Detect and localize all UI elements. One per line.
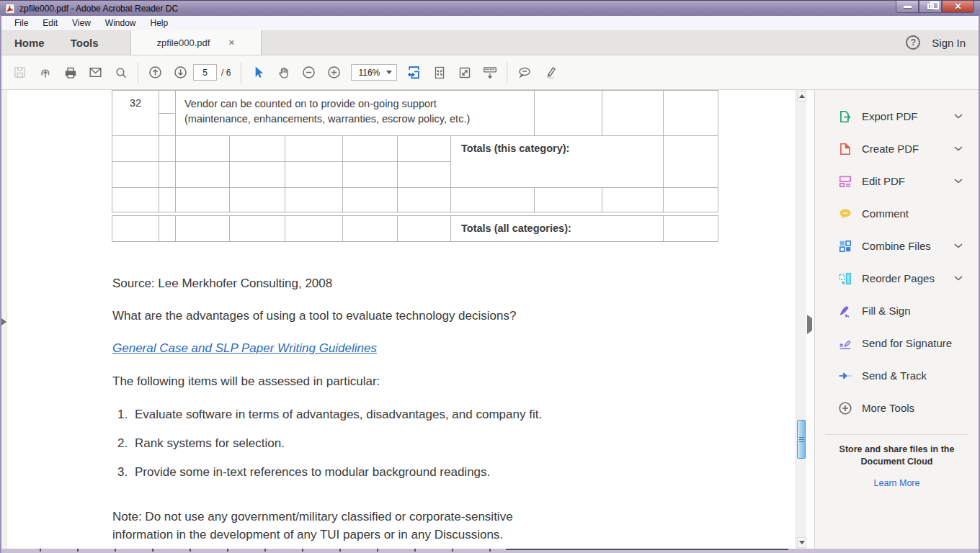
restore-button[interactable] — [919, 1, 942, 13]
note-line: Note: Do not use any government/military… — [112, 508, 513, 526]
sidebar-item-fill-sign[interactable]: Fill & Sign — [815, 295, 979, 327]
cloud-upload-button[interactable] — [32, 60, 58, 86]
sidebar-item-reorder-pages[interactable]: Reorder Pages — [815, 262, 979, 295]
page-number-input[interactable] — [193, 64, 217, 81]
sidebar-item-comment[interactable]: Comment — [815, 197, 979, 230]
table-row: 32 Vendor can be counted on to provide o… — [112, 91, 718, 114]
sidebar-item-create-pdf[interactable]: Create PDF — [815, 132, 979, 165]
fit-page-button[interactable] — [427, 60, 452, 86]
zoom-out-button[interactable] — [296, 60, 321, 86]
sidebar-item-label: Fill & Sign — [862, 305, 911, 317]
page-down-icon — [173, 65, 188, 80]
minimize-button[interactable] — [896, 1, 919, 13]
help-icon[interactable]: ? — [906, 35, 920, 50]
sign-in-button[interactable]: Sign In — [932, 37, 966, 49]
zoom-out-icon — [301, 65, 316, 80]
list-item: 3. Provide some in-text references to mo… — [112, 465, 490, 480]
table-row: Totals (all categories): — [112, 216, 718, 242]
next-table-edge-peek — [506, 549, 788, 550]
row-text-line: (maintenance, enhancements, warranties, … — [184, 112, 531, 127]
fullscreen-button[interactable] — [452, 60, 477, 86]
hand-tool-button[interactable] — [271, 60, 296, 86]
learn-more-link[interactable]: Learn More — [874, 478, 920, 488]
send-for-signature-icon — [838, 336, 852, 351]
guidelines-link[interactable]: General Case and SLP Paper Writing Guide… — [112, 341, 377, 355]
menu-view[interactable]: View — [65, 17, 98, 30]
menu-file[interactable]: File — [7, 17, 35, 30]
highlight-button[interactable] — [537, 60, 562, 86]
sidebar-item-send-for-signature[interactable]: Send for Signature — [815, 327, 979, 359]
fill-sign-icon — [838, 304, 852, 318]
title-bar: zpfile000.pdf - Adobe Acrobat Reader DC … — [0, 0, 980, 16]
totals-all-categories-label: Totals (all categories): — [451, 216, 664, 242]
scrolling-mode-icon — [482, 65, 498, 81]
sidebar-item-send-track[interactable]: Send & Track — [815, 359, 979, 392]
fit-width-button[interactable] — [401, 60, 427, 86]
search-button[interactable] — [108, 60, 133, 86]
chevron-down-icon[interactable] — [954, 114, 963, 119]
comment-bubble-icon — [517, 65, 533, 81]
note-line: information in the development of any TU… — [112, 526, 513, 544]
print-button[interactable] — [58, 60, 83, 86]
comment-icon — [838, 207, 852, 221]
totals-this-category-label: Totals (this category): — [451, 136, 664, 188]
row-text-line: Vendor can be counted on to provide on-g… — [184, 96, 531, 112]
more-tools-icon — [838, 401, 852, 415]
window-bottom-border — [1, 549, 979, 553]
sidebar-item-more-tools[interactable]: More Tools — [815, 392, 979, 424]
list-item: 2. Rank systems for selection. — [112, 436, 285, 451]
menu-help[interactable]: Help — [143, 17, 176, 30]
scrolling-mode-button[interactable] — [477, 60, 502, 86]
toolbar-separator — [241, 62, 241, 84]
chevron-down-icon[interactable] — [954, 179, 963, 184]
chevron-down-icon[interactable] — [954, 243, 963, 248]
vertical-scrollbar[interactable] — [796, 90, 806, 549]
highlighter-icon — [542, 65, 558, 81]
tab-home[interactable]: Home — [1, 30, 58, 55]
document-tab-label: zpfile000.pdf — [157, 37, 210, 48]
acrobat-app-icon — [5, 4, 15, 14]
previous-page-button[interactable] — [143, 60, 168, 86]
window-left-border — [0, 15, 1, 553]
page-up-icon — [148, 65, 163, 80]
cloud-upload-icon — [38, 66, 53, 80]
create-pdf-icon — [838, 142, 852, 156]
scroll-up-button[interactable] — [797, 91, 806, 102]
row-number-cell: 32 — [112, 91, 159, 136]
comment-tools-button[interactable] — [512, 60, 537, 86]
sidebar-item-edit-pdf[interactable]: Edit PDF — [815, 165, 979, 197]
tab-document[interactable]: zpfile000.pdf × — [130, 30, 262, 55]
expand-nav-pane-icon — [1, 318, 6, 325]
toolbar-separator — [138, 62, 138, 84]
menu-window[interactable]: Window — [98, 17, 143, 30]
chevron-down-icon[interactable] — [954, 146, 963, 151]
list-item-text: Provide some in-text references to modul… — [135, 465, 490, 480]
save-button[interactable] — [7, 60, 32, 86]
print-icon — [63, 66, 78, 80]
next-page-button[interactable] — [168, 60, 193, 86]
select-tool-button[interactable] — [246, 60, 271, 86]
zoom-level-value: 116% — [352, 68, 386, 78]
scroll-up-icon — [799, 94, 805, 98]
tab-close-icon[interactable]: × — [228, 37, 234, 48]
close-button[interactable]: ✕ — [942, 1, 974, 13]
tools-pane-toggle[interactable] — [807, 318, 812, 331]
sidebar-item-combine-files[interactable]: Combine Files — [815, 230, 979, 262]
zoom-in-button[interactable] — [321, 60, 347, 86]
email-button[interactable] — [83, 60, 108, 86]
restore-icon — [927, 4, 934, 9]
scrollbar-thumb[interactable] — [797, 420, 806, 459]
scroll-down-button[interactable] — [797, 537, 806, 548]
chevron-down-icon[interactable] — [954, 276, 963, 281]
sidebar-divider — [825, 434, 968, 435]
minimize-icon — [904, 6, 912, 8]
save-icon — [13, 66, 27, 79]
zoom-level-select[interactable]: 116% — [351, 64, 397, 81]
sidebar-item-export-pdf[interactable]: Export PDF — [815, 100, 979, 132]
list-item-number: 1. — [117, 408, 135, 422]
menu-edit[interactable]: Edit — [35, 17, 65, 30]
window-controls: ✕ — [896, 1, 974, 13]
tab-tools[interactable]: Tools — [58, 30, 112, 55]
sidebar-item-label: More Tools — [862, 402, 914, 414]
tab-bar: Home Tools zpfile000.pdf × ? Sign In — [1, 30, 979, 55]
